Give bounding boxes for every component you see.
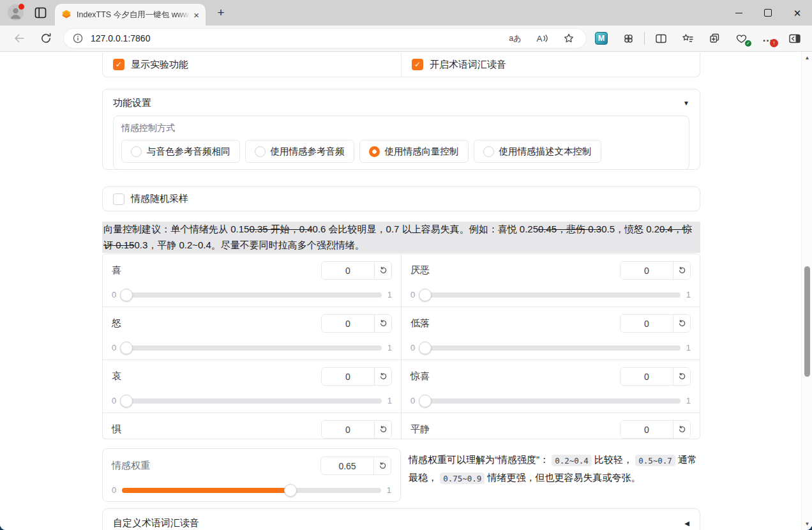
m-extension-icon[interactable]: M xyxy=(593,30,610,47)
scrollbar-thumb[interactable] xyxy=(804,266,810,377)
browser-essentials-icon[interactable]: ✓ xyxy=(733,30,749,47)
slider-max-label: 1 xyxy=(686,290,691,299)
slider-track[interactable] xyxy=(421,398,680,404)
toolbar-icons: M ✓ … ↑ xyxy=(588,26,808,51)
reset-icon[interactable] xyxy=(673,421,690,438)
sidebar-toggle-icon[interactable] xyxy=(786,30,803,47)
tab-close-icon[interactable]: × xyxy=(193,10,199,20)
vertical-scrollbar[interactable]: ▲ ▼ xyxy=(801,52,812,530)
slider-track[interactable] xyxy=(122,488,381,493)
accordion-feature-settings-header[interactable]: 功能设置 ▼ xyxy=(103,89,700,109)
slider-number-group xyxy=(321,314,392,333)
slider-handle[interactable] xyxy=(419,342,432,354)
radio-option-label: 使用情感参考音频 xyxy=(271,146,345,158)
favorite-star-icon[interactable] xyxy=(560,31,577,45)
maximize-icon xyxy=(764,9,772,17)
accordion-title: 功能设置 xyxy=(113,97,151,109)
slider-handle[interactable] xyxy=(284,484,297,497)
checkbox-term-pronunciation[interactable]: ✓ 开启术语词汇读音 xyxy=(402,52,700,77)
extensions-icon[interactable] xyxy=(620,30,636,47)
slider-header: 惧 xyxy=(112,420,392,439)
slider-row: 01 xyxy=(410,343,691,352)
radio-icon xyxy=(255,146,266,157)
checkbox-show-experimental[interactable]: ✓ 显示实验功能 xyxy=(103,52,401,77)
accordion-expanded-icon: ▼ xyxy=(683,100,689,107)
site-favicon-icon xyxy=(61,10,71,20)
slider-label: 惧 xyxy=(112,423,121,435)
profile-avatar[interactable] xyxy=(8,4,24,20)
reset-icon[interactable] xyxy=(374,315,391,332)
slider-handle[interactable] xyxy=(419,289,432,301)
new-tab-button[interactable]: + xyxy=(213,5,229,20)
slider-value-input[interactable] xyxy=(322,262,374,279)
slider-handle[interactable] xyxy=(120,289,133,301)
slider-handle[interactable] xyxy=(120,395,133,407)
slider-header: 厌恶 xyxy=(410,261,691,280)
translate-icon[interactable]: aあ xyxy=(507,31,523,45)
radio-option-unselected[interactable]: 使用情感描述文本控制 xyxy=(474,140,601,163)
slider-value-input[interactable] xyxy=(620,368,673,385)
slider-label: 惊喜 xyxy=(410,370,430,382)
radio-option-unselected[interactable]: 使用情感参考音频 xyxy=(245,140,354,163)
slider-row: 01 xyxy=(410,396,691,405)
reset-icon[interactable] xyxy=(374,368,391,385)
slider-track[interactable] xyxy=(122,292,382,298)
address-bar[interactable]: 127.0.0.1:7860 aあ A xyxy=(64,29,586,48)
refresh-button[interactable] xyxy=(40,32,52,45)
read-aloud-icon[interactable]: A xyxy=(534,31,550,45)
window-close-button[interactable]: ✕ xyxy=(783,0,812,26)
browser-toolbar: 127.0.0.1:7860 aあ A M xyxy=(0,26,812,52)
split-screen-icon[interactable] xyxy=(652,30,669,47)
slider-track[interactable] xyxy=(421,292,680,298)
slider-track[interactable] xyxy=(122,345,382,351)
reset-icon[interactable] xyxy=(373,457,391,474)
checkbox-emotion-random-sampling[interactable]: 情感随机采样 xyxy=(102,186,700,211)
accordion-custom-terms-header[interactable]: 自定义术语词汇读音 ◀ xyxy=(103,509,700,529)
slider-label: 怒 xyxy=(112,317,121,329)
favorites-icon[interactable] xyxy=(679,30,696,47)
profile-notification-dot xyxy=(18,3,25,10)
scroll-down-icon[interactable]: ▼ xyxy=(802,521,812,527)
slider-handle[interactable] xyxy=(120,342,133,354)
reset-icon[interactable] xyxy=(673,368,690,385)
slider-max-label: 1 xyxy=(387,396,392,405)
back-button[interactable] xyxy=(13,32,26,45)
slider-value-input[interactable] xyxy=(322,421,374,438)
slider-track[interactable] xyxy=(122,398,382,404)
slider-value-input[interactable] xyxy=(322,315,374,332)
reset-icon[interactable] xyxy=(374,262,391,279)
collections-icon[interactable] xyxy=(706,30,723,47)
window-maximize-button[interactable] xyxy=(753,0,783,26)
url-text[interactable]: 127.0.0.1:7860 xyxy=(91,33,150,43)
radio-option-selected[interactable]: 使用情感向量控制 xyxy=(359,140,469,163)
slider-min-label: 0 xyxy=(112,485,116,495)
window-minimize-button[interactable] xyxy=(724,0,753,26)
browser-tab[interactable]: IndexTTS 今夕自用一键包 www.jx × xyxy=(55,4,206,26)
emotion-slider-惊喜: 惊喜01 xyxy=(402,360,700,413)
code-range-chip: 0.75~0.9 xyxy=(440,473,485,484)
radio-option-unselected[interactable]: 与音色参考音频相同 xyxy=(121,140,240,163)
browser-window: IndexTTS 今夕自用一键包 www.jx × + ✕ 127.0.0.1:… xyxy=(0,0,812,530)
site-info-icon[interactable] xyxy=(73,33,83,43)
slider-row: 01 xyxy=(112,343,392,352)
settings-more-icon[interactable]: … ↑ xyxy=(760,30,776,47)
radio-option-label: 使用情感描述文本控制 xyxy=(499,146,592,158)
slider-min-label: 0 xyxy=(410,396,415,405)
slider-track[interactable] xyxy=(421,345,680,351)
slider-value-input[interactable] xyxy=(620,315,673,332)
slider-row: 01 xyxy=(112,396,392,405)
slider-header: 哀 xyxy=(112,367,392,386)
reset-icon[interactable] xyxy=(673,315,690,332)
slider-value-input[interactable] xyxy=(620,421,673,438)
emotion-weight-slider-box: 情感权重01 xyxy=(102,448,401,502)
reset-icon[interactable] xyxy=(374,421,391,438)
reset-icon[interactable] xyxy=(673,262,690,279)
workspaces-icon[interactable] xyxy=(34,7,47,19)
slider-value-input[interactable] xyxy=(620,262,673,279)
slider-value-input[interactable] xyxy=(321,457,373,474)
slider-handle[interactable] xyxy=(419,395,432,407)
slider-value-input[interactable] xyxy=(322,368,374,385)
scroll-up-icon[interactable]: ▲ xyxy=(802,55,812,61)
slider-header: 低落 xyxy=(410,314,691,333)
tip-text: 0.3，平静 0.2~0.4。尽量不要同时拉高多个强烈情绪。 xyxy=(134,239,364,250)
